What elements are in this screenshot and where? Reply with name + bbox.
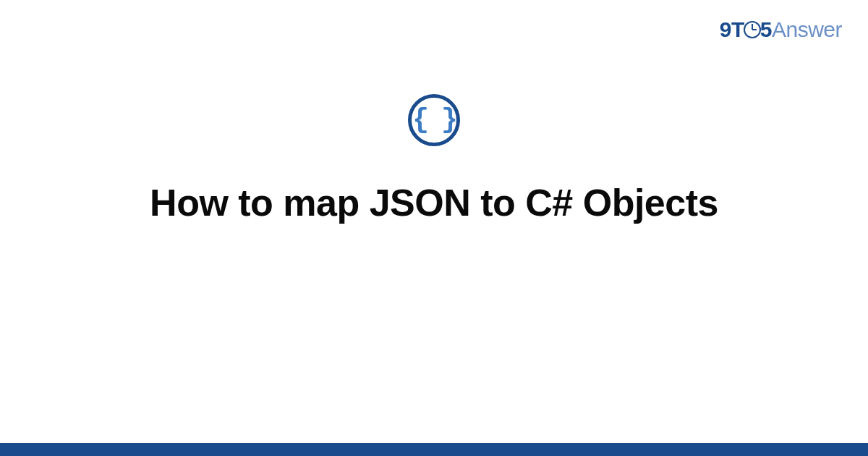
braces-icon: { }	[412, 106, 455, 134]
main-content: { } How to map JSON to C# Objects	[0, 0, 868, 456]
json-icon-circle: { }	[408, 94, 460, 146]
page-title: How to map JSON to C# Objects	[150, 181, 718, 224]
footer-bar	[0, 443, 868, 456]
